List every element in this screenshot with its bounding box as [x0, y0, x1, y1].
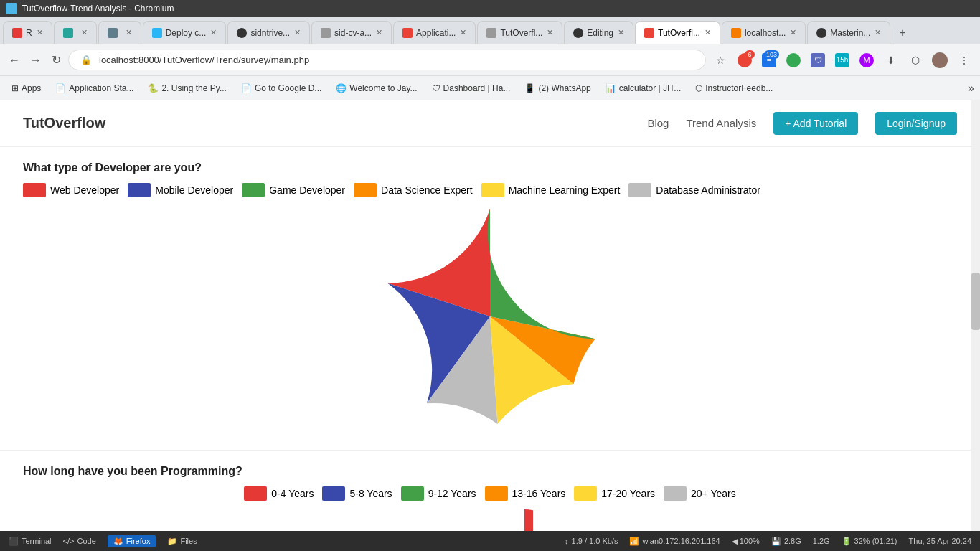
login-signup-button[interactable]: Login/Signup [875, 112, 957, 135]
add-tutorial-button[interactable]: + Add Tutorial [773, 112, 858, 135]
badge-6: 6 [745, 50, 755, 59]
nav-blog[interactable]: Blog [647, 117, 669, 129]
tab-icon-sid [237, 28, 247, 38]
legend-20plus: 20+ Years [664, 486, 736, 501]
ext-icon-m[interactable]: M [857, 50, 877, 70]
new-tab-button[interactable]: + [892, 22, 913, 44]
tab-close-elephant[interactable]: ✕ [126, 28, 132, 37]
bookmark-calculator[interactable]: 📊 calculator | JIT... [600, 81, 687, 95]
legend-label-dba: Database Administrator [656, 184, 760, 196]
secure-icon: 🔒 [80, 55, 92, 65]
tab-editing[interactable]: Editing ✕ [564, 21, 633, 44]
legend-17-20: 17-20 Years [574, 486, 655, 501]
reload-button[interactable]: ↻ [49, 50, 64, 70]
status-swap-text: 1.2G [813, 537, 830, 545]
browser-favicon [6, 3, 17, 14]
tab-tutover-active[interactable]: TutOverfl... ✕ [635, 21, 720, 44]
slice-game [488, 209, 595, 339]
legend-color-ml [481, 183, 504, 197]
tab-close-tutover-active[interactable]: ✕ [705, 28, 711, 37]
tab-r[interactable]: R ✕ [3, 21, 52, 44]
ext-icon-red[interactable]: 6 [735, 50, 755, 70]
bookmark-whatsapp[interactable]: 📱 (2) WhatsApp [519, 81, 596, 95]
survey1-title: What type of Developer are you? [23, 161, 957, 174]
tab-close-sidcv[interactable]: ✕ [376, 28, 382, 37]
tab-wave[interactable]: ✕ [54, 21, 97, 44]
user-avatar[interactable] [930, 50, 950, 70]
tab-label-deploy: Deploy c... [166, 28, 207, 38]
star-icon[interactable]: ☆ [710, 50, 730, 70]
tab-mastering[interactable]: Masterin... ✕ [807, 21, 890, 44]
tab-close-wave[interactable]: ✕ [81, 28, 88, 37]
legend-color-20plus [664, 486, 687, 501]
legend-label-mobile: Mobile Developer [155, 184, 233, 196]
status-firefox[interactable]: 🦊 Firefox [108, 535, 156, 547]
python-icon: 🐍 [148, 83, 159, 93]
bookmark-instructor[interactable]: ⬡ InstructorFeedb... [689, 81, 778, 95]
status-terminal[interactable]: ⬛ Terminal [9, 537, 52, 546]
bookmark-appsta[interactable]: 📄 Application Sta... [50, 81, 139, 95]
terminal-icon: ⬛ [9, 537, 19, 546]
tab-close-app[interactable]: ✕ [460, 28, 466, 37]
bookmark-python[interactable]: 🐍 2. Using the Py... [142, 81, 232, 95]
calc-icon: 📊 [606, 83, 616, 93]
back-button[interactable]: ← [6, 51, 23, 70]
ext-icon-clock[interactable]: 15h [832, 50, 852, 70]
ext-icon-extra2[interactable]: ⬡ [905, 50, 925, 70]
legend-mobile-dev: Mobile Developer [128, 183, 233, 197]
tab-icon-editing [573, 28, 583, 38]
forward-button[interactable]: → [27, 51, 44, 70]
doc-icon-2: 📄 [241, 83, 252, 93]
tab-close-tutover1[interactable]: ✕ [547, 28, 553, 37]
menu-button[interactable]: ⋮ [954, 50, 974, 70]
bookmark-python-label: 2. Using the Py... [161, 83, 227, 93]
tab-close-mastering[interactable]: ✕ [875, 28, 881, 37]
status-code[interactable]: </> Code [63, 537, 96, 545]
bookmarks-bar: ⊞ Apps 📄 Application Sta... 🐍 2. Using t… [0, 76, 980, 100]
ext-icon-green[interactable] [783, 50, 804, 70]
bookmark-google[interactable]: 📄 Go to Google D... [235, 81, 327, 95]
bookmark-google-label: Go to Google D... [255, 83, 321, 93]
tab-icon-wave [63, 28, 73, 38]
tab-close-deploy[interactable]: ✕ [210, 28, 217, 37]
tab-close-r[interactable]: ✕ [37, 28, 43, 37]
legend-label-20plus: 20+ Years [691, 488, 736, 499]
bookmark-apps[interactable]: ⊞ Apps [6, 81, 47, 95]
legend-dba: Database Administrator [628, 183, 760, 197]
legend-color-5-8 [322, 486, 345, 501]
tab-close-sid[interactable]: ✕ [294, 28, 301, 37]
tab-sidcv[interactable]: sid-cv-a... ✕ [311, 21, 392, 44]
ext-icon-extra[interactable]: ⬇ [881, 50, 901, 70]
status-files[interactable]: 📁 Files [167, 537, 197, 546]
legend-data-sci: Data Science Expert [354, 183, 473, 197]
more-bookmarks-button[interactable]: » [968, 82, 974, 95]
tab-localhost[interactable]: localhost... ✕ [722, 21, 806, 44]
status-code-label: Code [77, 537, 95, 545]
scroll-thumb[interactable] [971, 273, 980, 330]
hex-icon: ⬡ [695, 83, 702, 93]
tab-label-sidcv: sid-cv-a... [334, 28, 372, 38]
apps-grid-icon: ⊞ [11, 83, 19, 93]
ext-icon-shield[interactable]: 🛡 [808, 50, 828, 70]
bookmark-dashboard[interactable]: 🛡 Dashboard | Ha... [426, 81, 517, 95]
legend-color-dba [628, 183, 651, 197]
tab-elephant[interactable]: ✕ [98, 21, 141, 44]
tab-close-localhost[interactable]: ✕ [790, 28, 796, 37]
page-content: TutOverflow Blog Trend Analysis + Add Tu… [0, 100, 980, 551]
legend-color-mobile [128, 183, 151, 197]
bookmark-instructor-label: InstructorFeedb... [705, 83, 773, 93]
url-bar[interactable]: 🔒 localhost:8000/TutOverflow/Trend/surve… [68, 50, 706, 70]
legend-label-game: Game Developer [269, 184, 345, 196]
tab-app[interactable]: Applicati... ✕ [393, 21, 476, 44]
tab-icon-app [402, 28, 413, 38]
tab-deploy[interactable]: Deploy c... ✕ [143, 21, 227, 44]
bookmark-jay[interactable]: 🌐 Welcome to Jay... [330, 81, 423, 95]
tab-sid[interactable]: sidntrive... ✕ [227, 21, 310, 44]
tab-icon-localhost [731, 28, 741, 38]
toolbar-icons: ☆ 6 ≡ 103 🛡 15h M ⬇ ⬡ ⋮ [710, 50, 974, 70]
ext-icon-blue[interactable]: ≡ 103 [759, 50, 779, 70]
nav-trend[interactable]: Trend Analysis [686, 117, 756, 129]
tab-tutover1[interactable]: TutOverfl... ✕ [477, 21, 562, 44]
tab-close-editing[interactable]: ✕ [618, 28, 624, 37]
legend-label-17-20: 17-20 Years [601, 488, 655, 499]
